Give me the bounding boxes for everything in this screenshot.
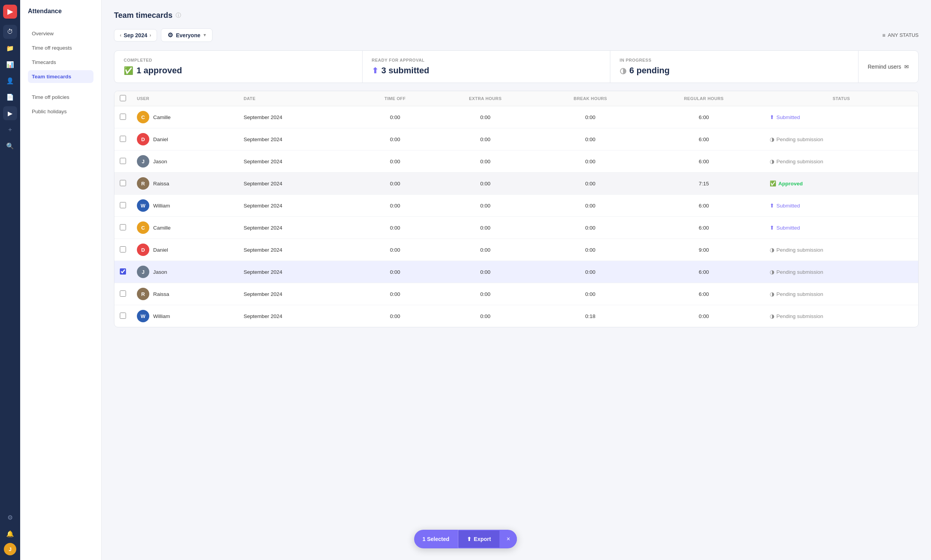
user-icon[interactable]: 👤	[3, 74, 17, 88]
date-cell: September 2024	[238, 106, 357, 128]
close-action-bar-button[interactable]: ×	[499, 530, 517, 548]
status-badge: ◑ Pending submission	[770, 313, 913, 319]
prev-arrow[interactable]: ‹	[120, 33, 121, 38]
regular-hours-cell: 6:00	[643, 283, 764, 305]
time-off-cell: 0:00	[357, 106, 433, 128]
timecards-table: USER DATE TIME OFF EXTRA HOURS BREAK HOU…	[114, 91, 919, 327]
user-cell: R Raissa	[131, 173, 238, 195]
regular-hours-cell: 9:00	[643, 239, 764, 261]
regular-hours-cell: 7:15	[643, 173, 764, 195]
status-cell: ◑ Pending submission	[764, 305, 918, 327]
date-cell: September 2024	[238, 305, 357, 327]
export-icon: ⬆	[467, 536, 472, 542]
col-extra-hours: EXTRA HOURS	[434, 91, 537, 106]
regular-hours-cell: 0:00	[643, 305, 764, 327]
col-time-off: TIME OFF	[357, 91, 433, 106]
export-label: Export	[474, 536, 491, 542]
status-cell: ◑ Pending submission	[764, 283, 918, 305]
sidebar-item-team-timecards[interactable]: Team timecards	[28, 70, 93, 83]
status-cell: ◑ Pending submission	[764, 128, 918, 150]
status-badge: ◑ Pending submission	[770, 269, 913, 275]
pending-dot-icon: ◑	[770, 247, 774, 253]
search-icon[interactable]: 🔍	[3, 139, 17, 153]
dashboard-icon[interactable]: ⏱	[3, 25, 17, 39]
time-off-cell: 0:00	[357, 173, 433, 195]
sidebar-item-timecards[interactable]: Timecards	[24, 56, 97, 69]
status-cell: ⬆ Submitted	[764, 217, 918, 239]
plus-icon[interactable]: ＋	[3, 123, 17, 137]
stat-ready-value: 3 submitted	[382, 66, 429, 76]
extra-hours-cell: 0:00	[434, 305, 537, 327]
user-avatar[interactable]: J	[4, 543, 16, 555]
sidebar-item-public-holidays[interactable]: Public holidays	[24, 105, 97, 118]
row-checkbox-9[interactable]	[120, 313, 126, 319]
date-navigator[interactable]: ‹ Sep 2024 ›	[114, 29, 157, 41]
regular-hours-cell: 6:00	[643, 217, 764, 239]
settings-icon[interactable]: ⚙	[3, 510, 17, 524]
document-icon[interactable]: 📄	[3, 90, 17, 104]
row-checkbox-6[interactable]	[120, 246, 126, 252]
table-row: R Raissa September 20240:000:000:006:00◑…	[114, 283, 918, 305]
submitted-dot-icon: ⬆	[770, 114, 774, 120]
avatar: J	[137, 266, 149, 278]
filters-row: ‹ Sep 2024 › ⚙ Everyone ▾ ≡ ANY STATUS	[114, 28, 919, 42]
select-all-header[interactable]	[114, 91, 131, 106]
user-cell: D Daniel	[131, 239, 238, 261]
folder-icon[interactable]: 📁	[3, 41, 17, 55]
time-off-cell: 0:00	[357, 305, 433, 327]
row-checkbox-5[interactable]	[120, 224, 126, 230]
submitted-icon: ⬆	[372, 66, 378, 75]
table-row: J Jason September 20240:000:000:006:00◑ …	[114, 261, 918, 283]
date-cell: September 2024	[238, 195, 357, 217]
row-checkbox-7[interactable]	[120, 268, 126, 275]
row-checkbox-8[interactable]	[120, 290, 126, 297]
row-checkbox-3[interactable]	[120, 180, 126, 186]
user-cell: D Daniel	[131, 128, 238, 150]
mail-icon: ✉	[904, 64, 909, 70]
status-cell: ◑ Pending submission	[764, 150, 918, 173]
col-date: DATE	[238, 91, 357, 106]
sidebar-item-overview[interactable]: Overview	[24, 27, 97, 40]
row-checkbox-cell	[114, 128, 131, 150]
status-filter-btn[interactable]: ≡ ANY STATUS	[882, 32, 919, 38]
bell-icon[interactable]: 🔔	[3, 527, 17, 541]
play-icon[interactable]: ▶	[3, 106, 17, 120]
sidebar-item-time-off-requests[interactable]: Time off requests	[24, 41, 97, 54]
remind-users-btn[interactable]: Remind users ✉	[858, 51, 918, 83]
group-filter-btn[interactable]: ⚙ Everyone ▾	[161, 28, 212, 42]
row-checkbox-1[interactable]	[120, 136, 126, 142]
status-badge: ◑ Pending submission	[770, 247, 913, 253]
status-cell: ◑ Pending submission	[764, 261, 918, 283]
time-off-cell: 0:00	[357, 195, 433, 217]
avatar: R	[137, 288, 149, 300]
info-icon[interactable]: ⓘ	[176, 12, 181, 19]
stat-in-progress-value: 6 pending	[629, 66, 670, 76]
col-status: STATUS	[764, 91, 918, 106]
select-all-checkbox[interactable]	[120, 95, 126, 101]
chart-icon[interactable]: 📊	[3, 57, 17, 71]
status-badge: ◑ Pending submission	[770, 136, 913, 142]
time-off-cell: 0:00	[357, 261, 433, 283]
user-name: Camille	[153, 225, 171, 231]
pending-dot-icon: ◑	[770, 136, 774, 142]
row-checkbox-2[interactable]	[120, 158, 126, 164]
date-cell: September 2024	[238, 239, 357, 261]
main-content: Team timecards ⓘ ‹ Sep 2024 › ⚙ Everyone…	[102, 0, 931, 560]
pending-dot-icon: ◑	[770, 269, 774, 275]
user-cell: R Raissa	[131, 283, 238, 305]
next-arrow[interactable]: ›	[150, 33, 151, 38]
break-hours-cell: 0:00	[537, 239, 643, 261]
row-checkbox-cell	[114, 150, 131, 173]
date-cell: September 2024	[238, 150, 357, 173]
stat-ready: READY FOR APPROVAL ⬆ 3 submitted	[363, 51, 611, 83]
avatar: C	[137, 221, 149, 234]
row-checkbox-0[interactable]	[120, 114, 126, 120]
user-name: Jason	[153, 269, 167, 275]
time-off-cell: 0:00	[357, 239, 433, 261]
row-checkbox-4[interactable]	[120, 202, 126, 208]
export-button[interactable]: ⬆ Export	[458, 531, 499, 548]
avatar: W	[137, 199, 149, 212]
sidebar-item-time-off-policies[interactable]: Time off policies	[24, 91, 97, 104]
avatar: C	[137, 111, 149, 123]
status-cell: ⬆ Submitted	[764, 195, 918, 217]
